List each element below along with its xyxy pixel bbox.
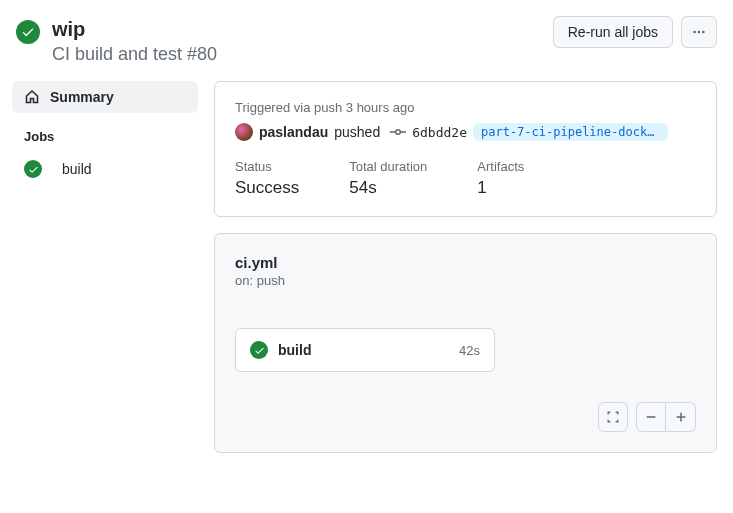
svg-point-0 <box>693 31 695 33</box>
kebab-menu-button[interactable] <box>681 16 717 48</box>
sidebar: Summary Jobs build <box>8 81 198 453</box>
job-name: build <box>278 342 459 358</box>
artifacts-label: Artifacts <box>477 159 524 174</box>
duration-value[interactable]: 54s <box>349 178 427 198</box>
sidebar-summary[interactable]: Summary <box>12 81 198 113</box>
status-value: Success <box>235 178 299 198</box>
sidebar-job-label: build <box>62 161 92 177</box>
fullscreen-button[interactable] <box>598 402 628 432</box>
run-summary-card: Triggered via push 3 hours ago paslandau… <box>214 81 717 217</box>
home-icon <box>24 89 40 105</box>
workflow-on-text: on: push <box>235 273 696 288</box>
zoom-in-button[interactable] <box>666 402 696 432</box>
run-subtitle[interactable]: CI build and test #80 <box>52 44 217 65</box>
avatar[interactable] <box>235 123 253 141</box>
trigger-text: Triggered via push 3 hours ago <box>235 100 696 115</box>
job-duration: 42s <box>459 343 480 358</box>
svg-point-1 <box>698 31 700 33</box>
sidebar-summary-label: Summary <box>50 89 114 105</box>
action-text: pushed <box>334 124 380 140</box>
status-success-icon <box>250 341 268 359</box>
branch-label[interactable]: part-7-ci-pipeline-docker-p… <box>473 123 668 141</box>
run-title: wip <box>52 16 217 42</box>
status-label: Status <box>235 159 299 174</box>
svg-point-2 <box>702 31 704 33</box>
job-card-build[interactable]: build 42s <box>235 328 495 372</box>
workflow-card: ci.yml on: push build 42s <box>214 233 717 453</box>
commit-sha-link[interactable]: 6dbdd2e <box>412 125 467 140</box>
zoom-out-button[interactable] <box>636 402 666 432</box>
svg-point-3 <box>396 130 401 135</box>
commit-icon <box>390 124 406 140</box>
sidebar-job-build[interactable]: build <box>12 152 198 186</box>
artifacts-value[interactable]: 1 <box>477 178 524 198</box>
status-success-icon <box>16 20 40 44</box>
rerun-all-jobs-button[interactable]: Re-run all jobs <box>553 16 673 48</box>
workflow-file-name: ci.yml <box>235 254 696 271</box>
sidebar-jobs-heading: Jobs <box>12 113 198 152</box>
actor-link[interactable]: paslandau <box>259 124 328 140</box>
status-success-icon <box>24 160 42 178</box>
duration-label: Total duration <box>349 159 427 174</box>
